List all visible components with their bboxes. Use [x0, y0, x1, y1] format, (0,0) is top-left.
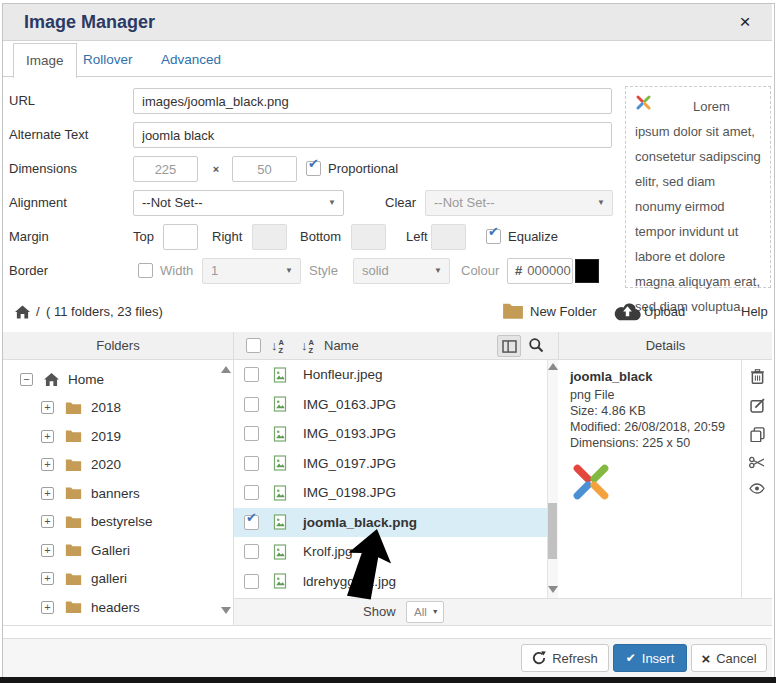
expand-icon[interactable]: +	[41, 544, 54, 557]
folder-icon	[65, 515, 82, 529]
colour-input[interactable]: #000000	[507, 258, 573, 284]
detail-file-type: png File	[570, 387, 741, 403]
file-item-joomla_black.png[interactable]: joomla_black.png	[234, 508, 547, 538]
refresh-button[interactable]: Refresh	[521, 644, 609, 672]
image-file-icon	[272, 367, 288, 383]
delete-icon[interactable]	[751, 369, 764, 384]
alt-text-label: Alternate Text	[9, 122, 129, 148]
copy-icon[interactable]	[750, 427, 765, 442]
height-input[interactable]	[232, 156, 297, 182]
folders-scroll-up-icon[interactable]	[221, 366, 231, 373]
margin-bottom-input[interactable]	[351, 224, 386, 250]
new-folder-button[interactable]: New Folder	[530, 296, 596, 328]
image-file-icon	[272, 544, 288, 560]
folder-item-home[interactable]: − Home	[3, 365, 233, 394]
files-scroll-up-icon[interactable]	[548, 363, 558, 370]
folder-item-galleri[interactable]: +galleri	[3, 565, 233, 594]
file-checkbox[interactable]	[244, 485, 259, 500]
folders-panel: − Home +2018+2019+2020+banners+bestyrels…	[3, 360, 234, 625]
columns-toggle-icon[interactable]	[497, 335, 521, 357]
expand-icon[interactable]: +	[41, 458, 54, 471]
expand-icon[interactable]: +	[41, 487, 54, 500]
border-checkbox[interactable]	[138, 263, 153, 278]
sort-extension-icon[interactable]: ↓AZ	[301, 336, 314, 356]
file-checkbox[interactable]	[244, 367, 259, 382]
margin-left-label: Left	[406, 224, 428, 250]
proportional-checkbox[interactable]	[306, 161, 321, 176]
folders-scroll-down-icon[interactable]	[221, 607, 231, 614]
url-input[interactable]	[133, 88, 612, 114]
margin-left-input[interactable]	[431, 224, 466, 250]
image-file-icon	[272, 396, 288, 412]
file-item-IMG_0163.JPG[interactable]: IMG_0163.JPG	[234, 390, 547, 420]
file-item-IMG_0198.JPG[interactable]: IMG_0198.JPG	[234, 478, 547, 508]
search-icon[interactable]	[528, 337, 544, 357]
close-icon[interactable]: ×	[730, 4, 760, 40]
breadcrumb-info: ( 11 folders, 23 files)	[46, 296, 163, 328]
folder-item-bestyrelse[interactable]: +bestyrelse	[3, 508, 233, 537]
show-select[interactable]: All	[406, 601, 444, 623]
folder-item-Galleri[interactable]: +Galleri	[3, 536, 233, 565]
width-input[interactable]	[133, 156, 198, 182]
upload-icon[interactable]	[614, 301, 641, 321]
folder-item-2020[interactable]: +2020	[3, 451, 233, 480]
collapse-icon[interactable]: −	[20, 373, 33, 386]
tab-rollover[interactable]: Rollover	[71, 43, 145, 76]
border-colour-label: Colour	[461, 258, 499, 284]
file-item-IMG_0193.JPG[interactable]: IMG_0193.JPG	[234, 419, 547, 449]
file-checkbox[interactable]	[244, 544, 259, 559]
sort-name-icon[interactable]: ↓AZ	[271, 336, 284, 356]
expand-icon[interactable]: +	[41, 572, 54, 585]
file-item-IMG_0197.JPG[interactable]: IMG_0197.JPG	[234, 449, 547, 479]
margin-label: Margin	[9, 224, 129, 250]
expand-icon[interactable]: +	[41, 601, 54, 614]
expand-icon[interactable]: +	[41, 430, 54, 443]
file-item-ldrehygge-1.jpg[interactable]: ldrehygge-1.jpg	[234, 567, 547, 597]
folder-item-headers[interactable]: +headers	[3, 593, 233, 622]
border-width-select[interactable]: 1	[202, 258, 301, 284]
tabbar-divider	[3, 76, 772, 77]
clear-select[interactable]: --Not Set--	[425, 190, 613, 216]
file-item-Krolf.jpg[interactable]: Krolf.jpg	[234, 537, 547, 567]
file-checkbox[interactable]	[244, 515, 259, 530]
home-icon[interactable]	[15, 305, 30, 319]
folder-item-2019[interactable]: +2019	[3, 422, 233, 451]
dialog-titlebar: Image Manager ×	[3, 4, 772, 41]
alt-text-input[interactable]	[133, 122, 612, 148]
equalize-checkbox[interactable]	[486, 229, 501, 244]
new-folder-icon[interactable]	[502, 302, 524, 320]
colour-swatch[interactable]	[575, 259, 599, 283]
file-checkbox[interactable]	[244, 397, 259, 412]
border-style-select[interactable]: solid	[353, 258, 450, 284]
detail-modified: Modified: 26/08/2018, 20:59	[570, 419, 741, 435]
tab-image[interactable]: Image	[13, 43, 77, 78]
expand-icon[interactable]: +	[41, 401, 54, 414]
preview-eye-icon[interactable]	[749, 483, 765, 494]
detail-dimensions: Dimensions: 225 x 50	[570, 435, 741, 451]
cut-icon[interactable]	[749, 456, 765, 469]
margin-top-input[interactable]	[163, 224, 198, 250]
folder-item-2018[interactable]: +2018	[3, 394, 233, 423]
files-scrollbar[interactable]	[547, 360, 558, 598]
insert-button[interactable]: ✔ Insert	[613, 644, 687, 672]
tab-advanced[interactable]: Advanced	[149, 43, 233, 76]
files-scroll-down-icon[interactable]	[548, 586, 558, 593]
rename-icon[interactable]	[750, 398, 765, 413]
breadcrumb-separator: /	[36, 296, 40, 328]
file-checkbox[interactable]	[244, 574, 259, 589]
alignment-select[interactable]: --Not Set--	[133, 190, 344, 216]
folder-item-banners[interactable]: +banners	[3, 479, 233, 508]
select-all-checkbox[interactable]	[246, 338, 261, 353]
margin-right-input[interactable]	[252, 224, 287, 250]
folders-header: Folders	[3, 332, 234, 360]
upload-button[interactable]: Upload	[644, 296, 685, 328]
expand-icon[interactable]: +	[41, 515, 54, 528]
cancel-button[interactable]: × Cancel	[691, 644, 767, 672]
file-checkbox[interactable]	[244, 426, 259, 441]
tab-bar: Image Rollover Advanced	[3, 41, 772, 77]
file-item-Honfleur.jpeg[interactable]: Honfleur.jpeg	[234, 360, 547, 390]
scrollbar-thumb[interactable]	[548, 503, 557, 559]
help-button[interactable]: Help	[741, 296, 768, 328]
detail-size: Size: 4.86 KB	[570, 403, 741, 419]
file-checkbox[interactable]	[244, 456, 259, 471]
